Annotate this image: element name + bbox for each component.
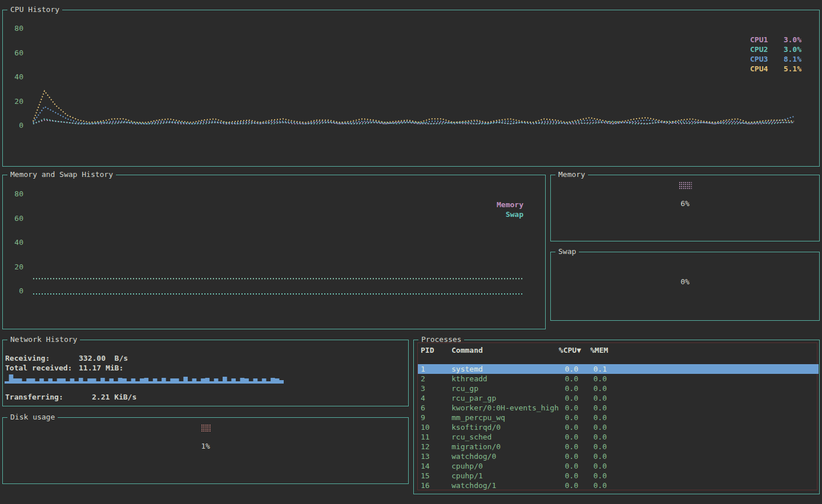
disk-usage-percent: 1%	[3, 442, 408, 450]
process-command: rcu_gp	[452, 384, 478, 393]
process-cpu-percent: 0.0	[550, 364, 578, 374]
table-row[interactable]: 4rcu_par_gp0.00.0	[418, 393, 819, 403]
process-mem-percent: 0.0	[578, 374, 607, 384]
process-command: watchdog/1	[452, 481, 496, 490]
column-header-mem[interactable]: %MEM	[590, 345, 608, 355]
y-axis-tick: 20	[5, 263, 23, 272]
y-axis-tick: 40	[5, 72, 23, 82]
process-pid: 16	[421, 481, 430, 490]
y-axis-tick: 20	[5, 97, 23, 106]
process-pid: 2	[421, 374, 425, 384]
table-row[interactable]: 12migration/00.00.0	[418, 442, 819, 451]
network-history-panel: Network History Receiving: 332.00 B/s To…	[2, 340, 409, 406]
table-row[interactable]: 13watchdog/00.00.0	[418, 451, 819, 461]
process-pid: 1	[421, 364, 425, 374]
network-history-chart	[3, 340, 408, 406]
column-header-command[interactable]: Command	[452, 345, 483, 355]
cpu-history-chart	[3, 10, 819, 166]
process-command: cpuhp/1	[452, 471, 483, 481]
y-axis-tick: 0	[5, 121, 23, 130]
table-row[interactable]: 2kthreadd0.00.0	[418, 374, 819, 384]
cpu-legend-value: 3.0%	[784, 35, 801, 45]
process-command: migration/0	[452, 442, 501, 451]
process-pid: 3	[421, 384, 425, 393]
process-pid: 12	[421, 442, 430, 451]
process-pid: 13	[421, 451, 430, 461]
process-cpu-percent: 0.0	[550, 413, 578, 422]
process-command: mm_percpu_wq	[452, 413, 505, 422]
process-pid: 10	[421, 422, 430, 432]
process-pid: 15	[421, 471, 430, 481]
process-command: rcu_par_gp	[452, 393, 496, 403]
memory-title: Memory	[555, 170, 588, 179]
process-mem-percent: 0.0	[578, 442, 607, 451]
swap-usage-percent: 0%	[551, 277, 819, 286]
process-cpu-percent: 0.0	[550, 451, 578, 461]
process-mem-percent: 0.0	[578, 461, 607, 471]
table-row[interactable]: 1systemd0.00.1	[418, 364, 819, 374]
process-pid: 4	[421, 393, 425, 403]
process-command: cpuhp/0	[452, 461, 483, 471]
y-axis-tick: 60	[5, 49, 23, 58]
cpu-legend-value: 5.1%	[784, 64, 801, 74]
cpu-legend-row: CPU38.1%	[750, 54, 801, 64]
processes-panel: Processes PID Command %CPU▼ %MEM 1system…	[413, 340, 820, 494]
y-axis-tick: 80	[5, 189, 23, 199]
table-row[interactable]: 11rcu_sched0.00.0	[418, 432, 819, 442]
column-header-pid[interactable]: PID	[421, 345, 434, 355]
memory-swap-legend: Memory Swap	[444, 200, 523, 219]
process-cpu-percent: 0.0	[550, 422, 578, 432]
process-mem-percent: 0.1	[578, 364, 607, 374]
process-cpu-percent: 0.0	[550, 403, 578, 413]
table-row[interactable]: 10ksoftirqd/00.00.0	[418, 422, 819, 432]
memory-usage-percent: 6%	[551, 199, 819, 208]
process-cpu-percent: 0.0	[550, 461, 578, 471]
process-command: kworker/0:0H-events_high	[452, 403, 559, 413]
cpu-history-panel: CPU History 020406080 CPU13.0%CPU23.0%CP…	[2, 10, 820, 167]
process-cpu-percent: 0.0	[550, 471, 578, 481]
disk-usage-panel: Disk usage 1%	[2, 417, 409, 484]
process-cpu-percent: 0.0	[550, 384, 578, 393]
table-row[interactable]: 3rcu_gp0.00.0	[418, 384, 819, 393]
table-row[interactable]: 6kworker/0:0H-events_high0.00.0	[418, 403, 819, 413]
process-cpu-percent: 0.0	[550, 432, 578, 442]
swap-panel: Swap 0%	[550, 252, 820, 321]
cpu-legend: CPU13.0%CPU23.0%CPU38.1%CPU45.1%	[750, 35, 801, 74]
cpu-legend-value: 3.0%	[784, 45, 801, 54]
y-axis-tick: 60	[5, 214, 23, 223]
process-mem-percent: 0.0	[578, 422, 607, 432]
process-cpu-percent: 0.0	[550, 481, 578, 490]
process-pid: 14	[421, 461, 430, 471]
table-row[interactable]: 14cpuhp/00.00.0	[418, 461, 819, 471]
y-axis-tick: 40	[5, 238, 23, 247]
process-cpu-percent: 0.0	[550, 393, 578, 403]
process-mem-percent: 0.0	[578, 471, 607, 481]
table-row[interactable]: 9mm_percpu_wq0.00.0	[418, 413, 819, 422]
swap-legend-label: Swap	[444, 209, 523, 219]
memory-legend-label: Memory	[444, 200, 523, 209]
process-pid: 6	[421, 403, 425, 413]
cpu-legend-label: CPU3	[750, 54, 768, 64]
process-command: systemd	[452, 364, 483, 374]
column-header-cpu-sort-desc[interactable]: %CPU▼	[550, 345, 581, 355]
process-mem-percent: 0.0	[578, 393, 607, 403]
process-cpu-percent: 0.0	[550, 374, 578, 384]
cpu-legend-value: 8.1%	[784, 54, 801, 64]
cpu-legend-label: CPU4	[750, 64, 768, 74]
table-row[interactable]: 16watchdog/10.00.0	[418, 481, 819, 490]
process-mem-percent: 0.0	[578, 432, 607, 442]
cpu-legend-label: CPU2	[750, 45, 768, 54]
transferring-label: Transferring:	[5, 393, 63, 401]
process-mem-percent: 0.0	[578, 413, 607, 422]
disk-usage-title: Disk usage	[7, 413, 58, 422]
memory-panel: Memory 6%	[550, 175, 820, 241]
swap-title: Swap	[555, 247, 579, 256]
y-axis-tick: 0	[5, 287, 23, 296]
process-pid: 11	[421, 432, 430, 442]
process-cpu-percent: 0.0	[550, 442, 578, 451]
process-mem-percent: 0.0	[578, 451, 607, 461]
table-row[interactable]: 15cpuhp/10.00.0	[418, 471, 819, 481]
cpu-legend-row: CPU23.0%	[750, 45, 801, 54]
y-axis-tick: 80	[5, 24, 23, 33]
cpu-legend-row: CPU45.1%	[750, 64, 801, 74]
